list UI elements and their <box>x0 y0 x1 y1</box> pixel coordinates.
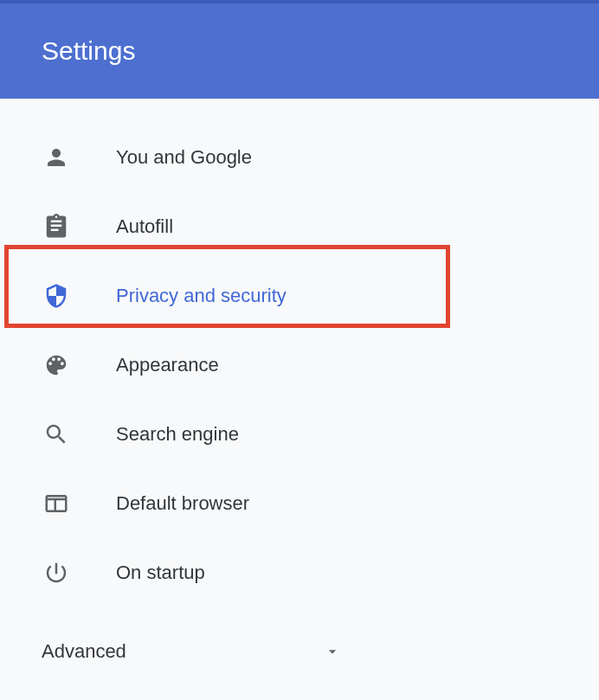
browser-icon <box>43 491 69 517</box>
nav-item-search-engine[interactable]: Search engine <box>0 400 599 469</box>
advanced-toggle[interactable]: Advanced <box>0 607 599 663</box>
nav-label: You and Google <box>116 146 252 169</box>
nav-label: Default browser <box>116 492 249 515</box>
nav-item-privacy-security[interactable]: Privacy and security <box>0 261 599 331</box>
search-icon <box>43 421 69 447</box>
nav-label: Autofill <box>116 215 173 238</box>
nav-item-autofill[interactable]: Autofill <box>0 192 599 261</box>
nav-label: On startup <box>116 562 205 584</box>
nav-label: Privacy and security <box>116 285 287 307</box>
advanced-label: Advanced <box>42 640 126 663</box>
nav-item-on-startup[interactable]: On startup <box>0 538 599 607</box>
power-icon <box>43 560 69 586</box>
settings-nav: You and Google Autofill Privacy and secu… <box>0 99 599 607</box>
person-icon <box>43 144 69 170</box>
nav-item-you-and-google[interactable]: You and Google <box>0 123 599 192</box>
shield-icon <box>43 283 69 309</box>
palette-icon <box>43 352 69 378</box>
chevron-down-icon <box>324 643 341 660</box>
nav-item-appearance[interactable]: Appearance <box>0 331 599 400</box>
nav-label: Appearance <box>116 354 219 376</box>
clipboard-icon <box>43 214 69 240</box>
settings-header: Settings <box>0 0 599 99</box>
nav-label: Search engine <box>116 423 239 446</box>
page-title: Settings <box>42 36 135 66</box>
nav-item-default-browser[interactable]: Default browser <box>0 469 599 538</box>
